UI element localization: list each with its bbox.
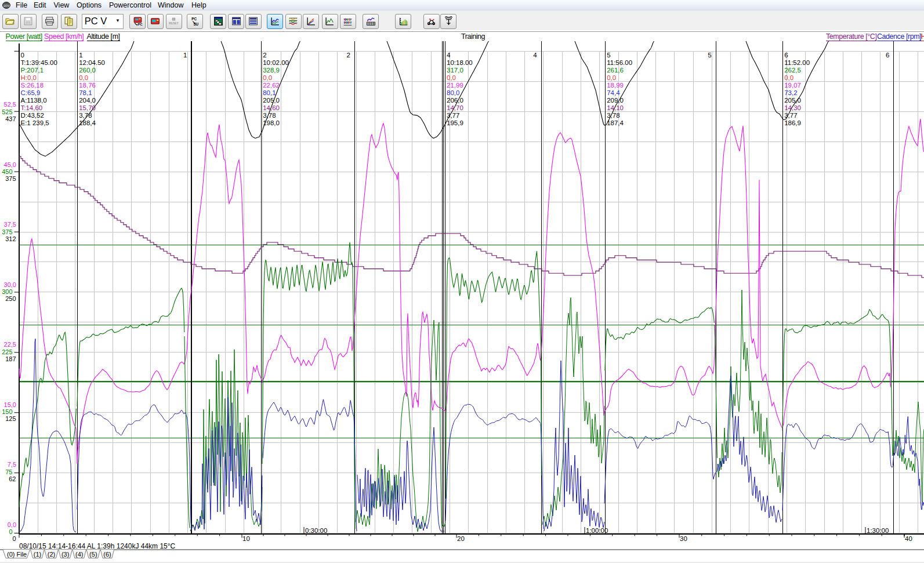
svg-text:15,70: 15,70: [79, 104, 96, 111]
svg-text:3,77: 3,77: [447, 112, 459, 119]
svg-text:3,78: 3,78: [607, 112, 619, 119]
svg-text:18,99: 18,99: [607, 82, 624, 89]
svg-text:0: 0: [9, 528, 12, 535]
svg-text:300: 300: [2, 288, 12, 295]
svg-text:(4): (4): [75, 551, 83, 558]
svg-text:0: 0: [21, 52, 24, 59]
svg-text:T:1:39:45.00: T:1:39:45.00: [21, 59, 57, 66]
svg-text:525: 525: [2, 108, 12, 115]
svg-text:186,9: 186,9: [784, 119, 801, 126]
svg-text:18,76: 18,76: [79, 82, 96, 89]
svg-text:14,30: 14,30: [784, 104, 801, 111]
svg-text:22,62: 22,62: [263, 82, 280, 89]
svg-text:317,0: 317,0: [447, 67, 463, 74]
svg-text:SU: SU: [193, 22, 198, 26]
svg-text:14,60: 14,60: [263, 104, 280, 111]
svg-text:10:02.00: 10:02.00: [263, 59, 289, 66]
svg-text:75: 75: [5, 468, 12, 475]
svg-text:14,10: 14,10: [607, 104, 624, 111]
svg-text:(5): (5): [89, 551, 97, 558]
svg-text:80,0: 80,0: [447, 89, 459, 96]
svg-text:(0) File: (0) File: [7, 551, 27, 558]
svg-text:P:207,1: P:207,1: [21, 67, 44, 74]
svg-text:375: 375: [5, 175, 16, 182]
svg-text:19,07: 19,07: [784, 82, 801, 89]
svg-text:40: 40: [905, 535, 912, 542]
svg-text:80,1: 80,1: [263, 89, 276, 96]
svg-text:262,5: 262,5: [784, 67, 801, 74]
svg-text:20: 20: [457, 535, 465, 542]
svg-text:21,99: 21,99: [447, 82, 463, 89]
svg-text:3,77: 3,77: [784, 112, 797, 119]
svg-text:195,9: 195,9: [447, 119, 463, 126]
svg-text:H:0,0: H:0,0: [21, 74, 37, 81]
svg-text:1:00:00: 1:00:00: [586, 527, 608, 534]
svg-text:6: 6: [784, 52, 788, 59]
svg-text:3,78: 3,78: [263, 112, 276, 119]
svg-text:4: 4: [447, 52, 451, 59]
svg-text:22,5: 22,5: [4, 341, 16, 348]
svg-text:RESET: RESET: [169, 22, 179, 25]
svg-text:0,0: 0,0: [79, 74, 88, 81]
svg-text:(2): (2): [48, 551, 55, 558]
svg-text:10: 10: [242, 535, 250, 542]
svg-text:0:30:00: 0:30:00: [305, 527, 327, 534]
svg-text:(1): (1): [34, 551, 41, 558]
svg-text:A:1138,0: A:1138,0: [21, 97, 47, 104]
svg-text:11:52.00: 11:52.00: [784, 59, 810, 66]
svg-text:45,0: 45,0: [4, 161, 16, 168]
svg-text:PC: PC: [191, 17, 197, 21]
svg-text:D:43,52: D:43,52: [21, 112, 44, 119]
svg-text:E:1 239,5: E:1 239,5: [21, 119, 49, 126]
svg-text:52,5: 52,5: [4, 101, 16, 108]
svg-text:74,4: 74,4: [607, 89, 620, 96]
svg-text:260,0: 260,0: [79, 67, 96, 74]
svg-text:198,0: 198,0: [263, 119, 280, 126]
svg-text:261,6: 261,6: [607, 67, 624, 74]
svg-text:187: 187: [5, 355, 16, 362]
svg-text:204,0: 204,0: [79, 97, 96, 104]
svg-text:C:65,9: C:65,9: [21, 89, 41, 96]
svg-text:(6): (6): [103, 551, 111, 558]
svg-text:37,5: 37,5: [4, 221, 16, 228]
svg-text:206,0: 206,0: [447, 97, 463, 104]
svg-text:375: 375: [2, 228, 12, 235]
svg-text:1: 1: [79, 52, 82, 59]
svg-text:2: 2: [347, 52, 350, 59]
svg-text:205,0: 205,0: [263, 97, 280, 104]
svg-text:5: 5: [607, 52, 610, 59]
svg-text:0,0: 0,0: [784, 74, 793, 81]
svg-text:30: 30: [680, 535, 687, 542]
svg-text:15,0: 15,0: [4, 401, 16, 408]
svg-text:250: 250: [5, 295, 16, 302]
svg-text:73,2: 73,2: [784, 89, 797, 96]
svg-text:209,0: 209,0: [607, 97, 624, 104]
svg-text:225: 225: [2, 348, 12, 355]
svg-text:187,4: 187,4: [607, 119, 624, 126]
svg-text:0,0: 0,0: [263, 74, 272, 81]
svg-text:5: 5: [708, 52, 711, 59]
svg-text:205,0: 205,0: [784, 97, 801, 104]
svg-text:4: 4: [533, 52, 537, 59]
svg-text:14,70: 14,70: [447, 104, 463, 111]
svg-text:0,0: 0,0: [447, 74, 456, 81]
svg-text:125: 125: [5, 415, 16, 422]
svg-text:S:26,18: S:26,18: [21, 82, 44, 89]
svg-text:PC: PC: [137, 23, 143, 27]
svg-text:150: 150: [2, 408, 12, 415]
svg-text:11:56.00: 11:56.00: [607, 59, 632, 66]
svg-text:62: 62: [9, 475, 16, 482]
svg-text:1:30:00: 1:30:00: [867, 527, 889, 534]
svg-text:1: 1: [183, 52, 187, 59]
svg-text:3,78: 3,78: [79, 112, 92, 119]
svg-text:437: 437: [5, 115, 16, 122]
svg-text:T:14,60: T:14,60: [21, 104, 43, 111]
svg-text:312: 312: [5, 235, 16, 242]
svg-text:12:04.50: 12:04.50: [79, 59, 105, 66]
svg-text:188,4: 188,4: [79, 119, 96, 126]
svg-text:0,0: 0,0: [8, 521, 16, 528]
svg-text:SRM: SRM: [3, 4, 10, 8]
svg-text:10:18.00: 10:18.00: [447, 59, 473, 66]
svg-text:328,9: 328,9: [263, 67, 280, 74]
svg-text:0,0: 0,0: [607, 74, 616, 81]
